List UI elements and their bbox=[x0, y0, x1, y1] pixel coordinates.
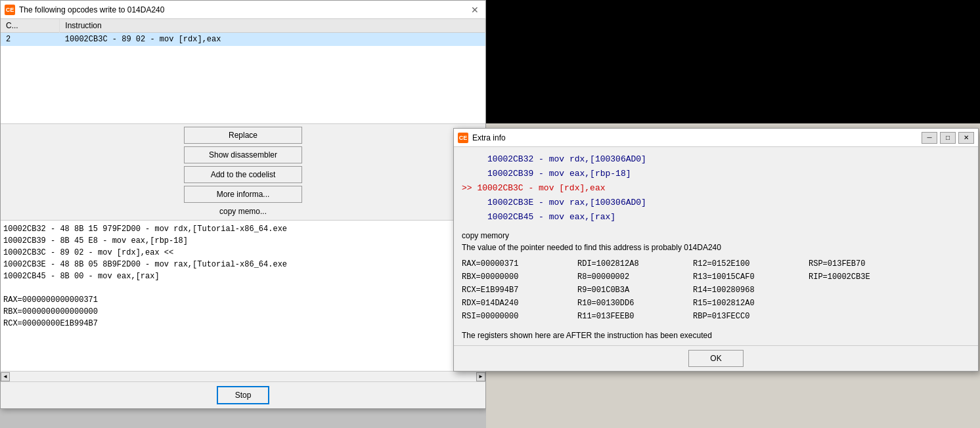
asm-extra-line-1: 10002CB32 - mov rdx,[100306AD0] bbox=[462, 152, 970, 167]
reg-r12-val: R12=0152E100 bbox=[693, 257, 798, 270]
reg-rbx: RBX=0000000000000000 bbox=[3, 306, 472, 318]
after-note: The registers shown here are AFTER the i… bbox=[454, 328, 978, 345]
reg-rcx-val: RCX=E1B994B7 bbox=[462, 284, 567, 297]
asm-line-2: 10002CB39 - 8B 45 E8 - mov eax,[rbp-18] bbox=[3, 235, 472, 247]
disassembly-area: 10002CB32 - 48 8B 15 979F2D00 - mov rdx,… bbox=[1, 220, 485, 371]
reg-r13-val: R13=10015CAF0 bbox=[693, 270, 798, 284]
show-disassembler-button[interactable]: Show disassembler bbox=[184, 146, 302, 163]
reg-rcx: RCX=00000000E1B994B7 bbox=[3, 318, 472, 330]
opcodes-titlebar: CE The following opcodes write to 014DA2… bbox=[1, 1, 485, 19]
reg-rsi-val: RSI=00000000 bbox=[462, 310, 567, 323]
copy-memory-text: copy memo... bbox=[214, 205, 272, 217]
dialog-close-button[interactable]: ✕ bbox=[958, 132, 974, 144]
asm-extra-line-2: 10002CB39 - mov eax,[rbp-18] bbox=[462, 167, 970, 181]
asm-line-1: 10002CB32 - 48 8B 15 979F2D00 - mov rdx,… bbox=[3, 223, 472, 235]
opcodes-close-button[interactable]: ✕ bbox=[468, 5, 481, 15]
reg-r11-val: R11=013FEEB0 bbox=[577, 310, 682, 323]
dialog-controls: ─ □ ✕ bbox=[922, 132, 974, 144]
add-to-codelist-button[interactable]: Add to the codelist bbox=[184, 166, 302, 183]
extra-registers: RAX=00000371 RDI=1002812A8 R12=0152E100 … bbox=[454, 255, 978, 328]
reg-rax: RAX=0000000000000371 bbox=[3, 294, 472, 306]
reg-r8-val: R8=00000002 bbox=[577, 270, 682, 284]
reg-r14-val: R14=100280968 bbox=[693, 284, 798, 297]
reg-rdi-val: RDI=1002812A8 bbox=[577, 257, 682, 270]
col-header-count: C... bbox=[1, 19, 60, 33]
copy-memory-link[interactable]: copy memory bbox=[454, 230, 978, 242]
reg-rip-val: RIP=10002CB3E bbox=[809, 270, 914, 284]
extra-info-dialog: CE Extra info ─ □ ✕ 10002CB32 - mov rdx,… bbox=[453, 128, 979, 372]
reg-r9-val: R9=001C0B3A bbox=[577, 284, 682, 297]
register-row-2: RBX=00000000 R8=00000002 R13=10015CAF0 R… bbox=[462, 270, 970, 284]
table-row[interactable]: 2 10002CB3C - 89 02 - mov [rdx],eax bbox=[1, 33, 485, 47]
maximize-button[interactable]: □ bbox=[940, 132, 956, 144]
row-count: 2 bbox=[1, 33, 60, 47]
extra-info-title: Extra info bbox=[472, 133, 506, 142]
replace-button[interactable]: Replace bbox=[184, 127, 302, 144]
game-window bbox=[486, 0, 980, 123]
ce-icon: CE bbox=[5, 5, 15, 15]
asm-line-4: 10002CB3E - 48 8B 05 8B9F2D00 - mov rax,… bbox=[3, 259, 472, 270]
register-row-3: RCX=E1B994B7 R9=001C0B3A R14=100280968 bbox=[462, 284, 970, 297]
pointer-note: The value of the pointer needed to find … bbox=[454, 242, 978, 255]
reg-rsp-val: RSP=013FEB70 bbox=[809, 257, 914, 270]
scroll-right-arrow[interactable]: ► bbox=[476, 372, 485, 381]
reg-rdx-val: RDX=014DA240 bbox=[462, 297, 567, 310]
reg-r10-val: R10=00130DD6 bbox=[577, 297, 682, 310]
asm-line-3: 10002CB3C - 89 02 - mov [rdx],eax << bbox=[3, 247, 472, 259]
extra-info-ce-icon: CE bbox=[458, 133, 468, 143]
col-header-instruction: Instruction bbox=[60, 19, 485, 33]
more-information-button[interactable]: More informa... bbox=[184, 186, 302, 203]
asm-line-blank bbox=[3, 282, 472, 294]
opcodes-table-area: C... Instruction 2 10002CB3C - 89 02 - m… bbox=[1, 19, 485, 124]
reg-r15-val: R15=1002812A0 bbox=[693, 297, 798, 310]
register-row-1: RAX=00000371 RDI=1002812A8 R12=0152E100 … bbox=[462, 257, 970, 270]
ok-button[interactable]: OK bbox=[688, 350, 743, 367]
opcodes-table: C... Instruction 2 10002CB3C - 89 02 - m… bbox=[1, 19, 485, 46]
reg-rbx-val: RBX=00000000 bbox=[462, 270, 567, 284]
reg-rbp-val: RBP=013FECC0 bbox=[693, 310, 798, 323]
opcodes-window: CE The following opcodes write to 014DA2… bbox=[0, 0, 486, 409]
row-instruction: 10002CB3C - 89 02 - mov [rdx],eax bbox=[60, 33, 485, 47]
asm-line-5: 10002CB45 - 8B 00 - mov eax,[rax] bbox=[3, 270, 472, 282]
ok-button-area: OK bbox=[454, 345, 978, 371]
register-row-4: RDX=014DA240 R10=00130DD6 R15=1002812A0 bbox=[462, 297, 970, 310]
opcodes-window-title: The following opcodes write to 014DA240 bbox=[19, 5, 164, 14]
scroll-left-arrow[interactable]: ◄ bbox=[1, 372, 10, 381]
disassembly-content: 10002CB32 - 48 8B 15 979F2D00 - mov rdx,… bbox=[1, 221, 475, 371]
extra-info-titlebar: CE Extra info ─ □ ✕ bbox=[454, 129, 978, 147]
stop-button-area: Stop bbox=[1, 381, 485, 408]
extra-info-body: 10002CB32 - mov rdx,[100306AD0] 10002CB3… bbox=[454, 147, 978, 230]
opcodes-content: C... Instruction 2 10002CB3C - 89 02 - m… bbox=[1, 19, 485, 408]
asm-extra-line-4: 10002CB3E - mov rax,[100306AD0] bbox=[462, 196, 970, 210]
register-row-5: RSI=00000000 R11=013FEEB0 RBP=013FECC0 bbox=[462, 310, 970, 323]
asm-extra-line-5: 10002CB45 - mov eax,[rax] bbox=[462, 210, 970, 225]
horizontal-scrollbar[interactable]: ◄ ► bbox=[1, 371, 485, 381]
reg-rax-val: RAX=00000371 bbox=[462, 257, 567, 270]
stop-button[interactable]: Stop bbox=[217, 386, 269, 404]
asm-extra-line-highlight: >> 10002CB3C - mov [rdx],eax bbox=[462, 181, 970, 196]
buttons-panel: Replace Show disassembler Add to the cod… bbox=[1, 124, 485, 220]
minimize-button[interactable]: ─ bbox=[922, 132, 937, 144]
